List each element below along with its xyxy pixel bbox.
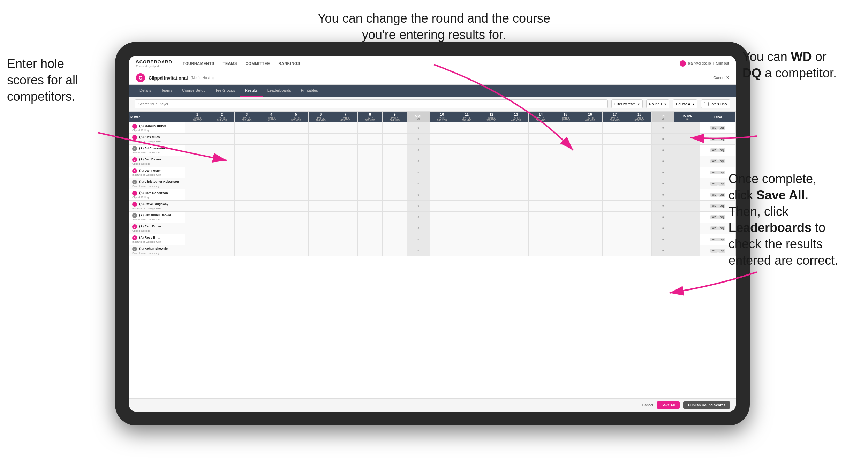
- score-cell-hole-15[interactable]: [553, 178, 578, 189]
- score-cell-hole-4[interactable]: [259, 189, 284, 201]
- wd-button[interactable]: WD: [710, 148, 718, 152]
- score-cell-hole-2[interactable]: [210, 156, 234, 167]
- score-cell-hole-16[interactable]: [578, 156, 603, 167]
- score-cell-hole-12[interactable]: [479, 122, 504, 134]
- score-cell-hole-10[interactable]: [430, 201, 454, 212]
- score-cell-hole-17[interactable]: [602, 156, 627, 167]
- score-cell-hole-4[interactable]: [259, 145, 284, 156]
- score-cell-hole-18[interactable]: [627, 178, 652, 189]
- score-cell-hole-18[interactable]: [627, 145, 652, 156]
- score-cell-hole-10[interactable]: [430, 245, 454, 256]
- score-cell-hole-10[interactable]: [430, 178, 454, 189]
- score-cell-hole-5[interactable]: [284, 189, 309, 201]
- score-cell-hole-17[interactable]: [602, 201, 627, 212]
- score-cell-hole-2[interactable]: [210, 212, 234, 223]
- dq-button[interactable]: DQ: [718, 126, 725, 130]
- nav-tournaments[interactable]: TOURNAMENTS: [183, 61, 214, 66]
- score-cell-hole-18[interactable]: [627, 156, 652, 167]
- score-cell-hole-4[interactable]: [259, 178, 284, 189]
- dq-button[interactable]: DQ: [718, 159, 725, 163]
- score-cell-hole-15[interactable]: [553, 189, 578, 201]
- score-cell-hole-14[interactable]: [528, 234, 553, 245]
- score-cell-hole-15[interactable]: [553, 223, 578, 234]
- score-cell-hole-6[interactable]: [308, 145, 333, 156]
- score-cell-hole-1[interactable]: [185, 212, 210, 223]
- score-cell-hole-1[interactable]: [185, 234, 210, 245]
- score-cell-hole-13[interactable]: [504, 167, 528, 178]
- score-cell-hole-16[interactable]: [578, 201, 603, 212]
- score-cell-hole-12[interactable]: [479, 223, 504, 234]
- score-cell-hole-14[interactable]: [528, 167, 553, 178]
- filter-by-team-dropdown[interactable]: Filter by team ▾: [611, 99, 643, 108]
- score-cell-hole-14[interactable]: [528, 212, 553, 223]
- score-cell-hole-15[interactable]: [553, 212, 578, 223]
- wd-button[interactable]: WD: [710, 159, 718, 163]
- wd-button[interactable]: WD: [710, 226, 718, 230]
- score-cell-hole-17[interactable]: [602, 134, 627, 145]
- score-cell-hole-15[interactable]: [553, 201, 578, 212]
- score-cell-hole-16[interactable]: [578, 167, 603, 178]
- score-cell-hole-3[interactable]: [234, 156, 259, 167]
- score-cell-hole-17[interactable]: [602, 212, 627, 223]
- wd-button[interactable]: WD: [710, 182, 718, 186]
- score-cell-hole-2[interactable]: [210, 189, 234, 201]
- score-cell-hole-7[interactable]: [333, 145, 358, 156]
- wd-button[interactable]: WD: [710, 171, 718, 174]
- score-cell-hole-11[interactable]: [454, 167, 479, 178]
- score-cell-hole-8[interactable]: [358, 156, 383, 167]
- course-dropdown[interactable]: Course A ▾: [673, 99, 697, 108]
- score-cell-hole-7[interactable]: [333, 245, 358, 256]
- score-cell-hole-9[interactable]: [383, 245, 407, 256]
- score-cell-hole-9[interactable]: [383, 201, 407, 212]
- score-cell-hole-16[interactable]: [578, 212, 603, 223]
- score-cell-hole-2[interactable]: [210, 167, 234, 178]
- score-cell-hole-13[interactable]: [504, 122, 528, 134]
- score-cell-hole-4[interactable]: [259, 245, 284, 256]
- score-cell-hole-10[interactable]: [430, 234, 454, 245]
- dq-button[interactable]: DQ: [718, 137, 725, 141]
- score-cell-hole-3[interactable]: [234, 245, 259, 256]
- score-cell-hole-6[interactable]: [308, 201, 333, 212]
- score-cell-hole-9[interactable]: [383, 122, 407, 134]
- score-cell-hole-18[interactable]: [627, 201, 652, 212]
- score-cell-hole-17[interactable]: [602, 167, 627, 178]
- round-dropdown[interactable]: Round 1 ▾: [646, 99, 670, 108]
- score-cell-hole-5[interactable]: [284, 122, 309, 134]
- tab-details[interactable]: Details: [135, 85, 156, 97]
- score-cell-hole-5[interactable]: [284, 201, 309, 212]
- score-cell-hole-13[interactable]: [504, 156, 528, 167]
- score-cell-hole-10[interactable]: [430, 167, 454, 178]
- score-cell-hole-8[interactable]: [358, 234, 383, 245]
- score-cell-hole-4[interactable]: [259, 223, 284, 234]
- score-cell-hole-1[interactable]: [185, 178, 210, 189]
- score-cell-hole-2[interactable]: [210, 178, 234, 189]
- score-cell-hole-8[interactable]: [358, 201, 383, 212]
- score-cell-hole-12[interactable]: [479, 212, 504, 223]
- score-cell-hole-3[interactable]: [234, 178, 259, 189]
- score-cell-hole-14[interactable]: [528, 223, 553, 234]
- dq-button[interactable]: DQ: [718, 249, 725, 253]
- score-cell-hole-16[interactable]: [578, 122, 603, 134]
- score-cell-hole-2[interactable]: [210, 122, 234, 134]
- score-cell-hole-7[interactable]: [333, 201, 358, 212]
- score-cell-hole-8[interactable]: [358, 167, 383, 178]
- score-cell-hole-18[interactable]: [627, 189, 652, 201]
- dq-button[interactable]: DQ: [718, 215, 725, 219]
- score-cell-hole-7[interactable]: [333, 223, 358, 234]
- score-cell-hole-9[interactable]: [383, 145, 407, 156]
- score-cell-hole-3[interactable]: [234, 223, 259, 234]
- score-cell-hole-11[interactable]: [454, 201, 479, 212]
- dq-button[interactable]: DQ: [718, 226, 725, 230]
- score-cell-hole-18[interactable]: [627, 134, 652, 145]
- dq-button[interactable]: DQ: [718, 182, 725, 186]
- score-cell-hole-11[interactable]: [454, 134, 479, 145]
- score-cell-hole-11[interactable]: [454, 178, 479, 189]
- score-cell-hole-14[interactable]: [528, 178, 553, 189]
- score-cell-hole-17[interactable]: [602, 223, 627, 234]
- score-cell-hole-12[interactable]: [479, 145, 504, 156]
- dq-button[interactable]: DQ: [718, 193, 725, 197]
- score-cell-hole-4[interactable]: [259, 156, 284, 167]
- score-cell-hole-2[interactable]: [210, 201, 234, 212]
- score-cell-hole-7[interactable]: [333, 122, 358, 134]
- score-cell-hole-3[interactable]: [234, 134, 259, 145]
